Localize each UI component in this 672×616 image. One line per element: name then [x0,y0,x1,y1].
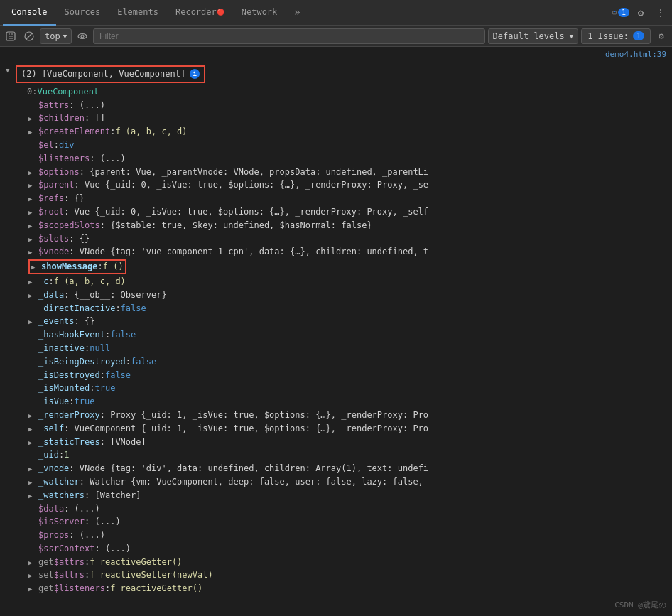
item-label: 0: [27,86,37,98]
list-item[interactable]: _c: f (a, b, c, d) [6,275,666,288]
list-item[interactable]: set $attrs: f reactiveSetter(newVal) [6,568,666,582]
list-item[interactable]: _vnode: VNode {tag: 'div', data: undefin… [6,462,666,475]
list-item: _isVue: true [6,395,666,409]
expand-arrow[interactable] [28,490,38,502]
prop-name: _uid [38,449,59,461]
more-options-icon[interactable]: ⋮ [652,4,669,21]
prop-name: _events [38,315,75,328]
root-arrow[interactable] [6,64,16,76]
list-item[interactable]: get $attrs: f reactiveGetter() [6,556,666,569]
prop-name: $parent [38,179,75,191]
prop-name: _renderProxy [38,409,100,421]
expand-arrow[interactable] [28,289,38,301]
source-link[interactable]: demo4.html:39 [0,47,672,62]
root-item[interactable]: (2) [VueComponent, VueComponent] i [6,63,666,85]
expand-arrow[interactable] [28,463,38,475]
context-dropdown-icon: ▼ [63,33,67,40]
expand-arrow[interactable] [28,556,38,568]
expand-arrow[interactable] [28,583,38,595]
list-item[interactable]: $isServer: (...) [6,515,666,529]
list-item[interactable]: $slots: {} [6,232,666,246]
tab-elements[interactable]: Elements [109,0,167,26]
issue-count: 1 [633,31,644,40]
tab-more[interactable]: » [286,0,308,26]
issue-label: 1 Issue: [587,31,629,41]
list-item: _isBeingDestroyed: false [6,355,666,369]
list-item[interactable]: $attrs: (...) [6,99,666,112]
list-item[interactable]: _renderProxy: Proxy {_uid: 1, _isVue: tr… [6,409,666,422]
tab-sources[interactable]: Sources [56,0,109,26]
svg-point-6 [81,35,84,38]
prop-name: _inactive [38,342,85,355]
list-item[interactable]: _data: {__ob__: Observer} [6,288,666,302]
expand-arrow[interactable] [31,261,41,273]
prop-name: _isDestroyed [38,369,100,382]
prop-name: $refs [38,193,64,205]
list-item[interactable]: _events: {} [6,315,666,328]
expand-arrow[interactable] [28,179,38,191]
prop-name: $root [38,206,64,218]
notification-icon[interactable]: 1 [612,4,629,21]
prop-name: $scopedSlots [38,220,100,232]
filter-input[interactable] [93,28,484,44]
list-item[interactable]: $refs: {} [6,192,666,205]
svg-line-4 [26,33,32,39]
prop-name: _isBeingDestroyed [38,356,126,368]
list-item[interactable]: $listeners: (...) [6,152,666,166]
tab-console[interactable]: Console [3,0,56,26]
expand-arrow[interactable] [28,423,38,435]
prop-name: $attrs [54,556,85,568]
list-item[interactable]: _watchers: [Watcher] [6,489,666,502]
expand-arrow[interactable] [28,166,38,178]
list-item[interactable]: $vnode: VNode {tag: 'vue-component-1-cpn… [6,245,666,259]
expand-arrow[interactable] [28,569,38,581]
root-label: (2) [VueComponent, VueComponent] [21,68,185,80]
list-item[interactable]: $root: Vue {_uid: 0, _isVue: true, $opti… [6,205,666,219]
list-item[interactable]: $ssrContext: (...) [6,542,666,556]
root-highlight-box[interactable]: (2) [VueComponent, VueComponent] i [16,65,205,83]
expand-arrow[interactable] [28,193,38,205]
list-item[interactable]: $createElement: f (a, b, c, d) [6,125,666,139]
expand-arrow[interactable] [28,233,38,245]
prop-name: $data [38,503,64,515]
tab-network[interactable]: Network [233,0,286,26]
expand-arrow[interactable] [28,246,38,258]
eye-icon[interactable] [75,28,90,44]
expand-arrow[interactable] [28,436,38,448]
expand-arrow[interactable] [28,206,38,218]
list-item[interactable]: showMessage: f () [6,259,666,275]
prop-name: _directInactive [38,303,115,315]
issue-badge[interactable]: 1 Issue: 1 [581,28,651,44]
list-item[interactable]: $data: (...) [6,502,666,516]
execute-icon[interactable] [3,28,18,44]
expand-arrow[interactable] [28,126,38,138]
console-settings-icon[interactable]: ⚙ [654,28,669,44]
list-item[interactable]: _staticTrees: [VNode] [6,436,666,449]
tab-recorder[interactable]: Recorder 🔴 [167,0,233,26]
expand-arrow[interactable] [28,112,38,124]
list-item[interactable]: $options: {parent: Vue, _parentVnode: VN… [6,166,666,179]
list-item[interactable]: $el: div [6,139,666,152]
levels-selector[interactable]: Default levels ▼ [488,28,579,44]
list-item[interactable]: $parent: Vue {_uid: 0, _isVue: true, $op… [6,178,666,192]
expand-arrow[interactable] [28,276,38,288]
list-item[interactable]: $scopedSlots: {$stable: true, $key: unde… [6,219,666,232]
prop-name: _hasHookEvent [38,329,105,341]
clear-icon[interactable] [21,28,37,44]
prop-name: _staticTrees [38,436,100,448]
settings-icon[interactable]: ⚙ [632,4,649,21]
list-item[interactable]: $props: (...) [6,529,666,542]
prop-name: $options [38,166,80,178]
list-item[interactable]: _self: VueComponent {_uid: 1, _isVue: tr… [6,422,666,436]
list-item[interactable]: get $listeners: f reactiveGetter() [6,582,666,595]
expand-arrow[interactable] [28,409,38,421]
secondary-toolbar: top ▼ Default levels ▼ 1 Issue: 1 ⚙ [0,26,672,47]
list-item: _directInactive: false [6,302,666,315]
list-item[interactable]: _watcher: Watcher {vm: VueComponent, dee… [6,475,666,489]
expand-arrow[interactable] [28,220,38,232]
list-item[interactable]: $children: [] [6,112,666,125]
expand-arrow[interactable] [28,315,38,328]
context-selector[interactable]: top ▼ [40,28,72,44]
expand-arrow[interactable] [28,476,38,488]
info-icon[interactable]: i [190,69,200,79]
